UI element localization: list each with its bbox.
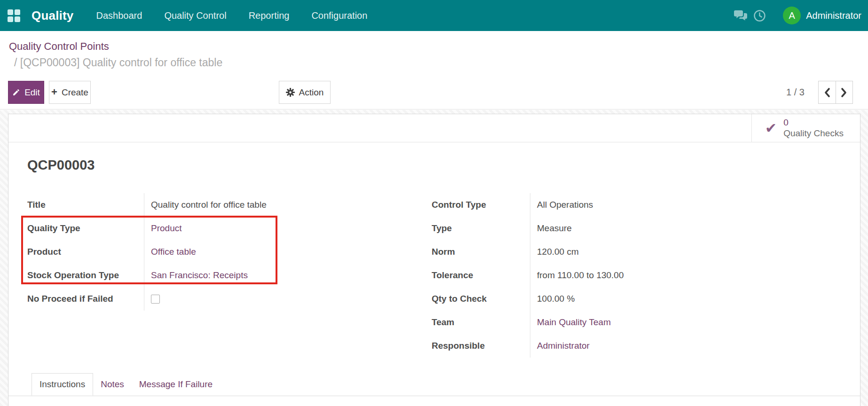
- plus-icon: +: [51, 87, 57, 97]
- field-value-tolerance: from 110.00 to 130.00: [530, 264, 841, 287]
- field-value-responsible[interactable]: Administrator: [530, 334, 841, 358]
- create-button-label: Create: [62, 87, 88, 98]
- tab-instructions[interactable]: Instructions: [32, 373, 93, 396]
- field-label-responsible: Responsible: [432, 334, 530, 358]
- top-navbar: Quality Dashboard Quality Control Report…: [0, 0, 868, 31]
- field-label-type: Type: [432, 217, 530, 240]
- field-group-left: Title Quality control for office table Q…: [27, 193, 420, 311]
- edit-button[interactable]: Edit: [8, 81, 44, 104]
- field-label-stock-operation-type: Stock Operation Type: [27, 264, 144, 287]
- no-proceed-if-failed-checkbox[interactable]: [151, 295, 160, 304]
- breadcrumb-current-line: / [QCP00003] Quality control for office …: [9, 56, 868, 69]
- field-label-control-type: Control Type: [432, 193, 530, 217]
- content-area: ✔ 0 Quality Checks QCP00003 Title Qualit…: [0, 110, 868, 406]
- apps-menu-button[interactable]: [0, 0, 27, 31]
- create-button[interactable]: + Create: [49, 81, 91, 104]
- check-icon: ✔: [765, 121, 777, 135]
- quality-checks-stat-button[interactable]: ✔ 0 Quality Checks: [751, 114, 860, 142]
- chevron-left-icon: [823, 87, 831, 98]
- control-panel: Quality Control Points / [QCP00003] Qual…: [0, 31, 868, 109]
- field-label-product: Product: [27, 240, 144, 264]
- action-button-label: Action: [299, 87, 324, 98]
- user-menu[interactable]: A Administrator: [783, 7, 861, 24]
- field-label-team: Team: [432, 311, 530, 334]
- edit-button-label: Edit: [24, 87, 40, 98]
- menu-item-dashboard[interactable]: Dashboard: [96, 10, 142, 21]
- pencil-icon: [12, 88, 20, 96]
- field-group-right: Control Type All Operations Type Measure…: [432, 193, 841, 358]
- breadcrumb: Quality Control Points / [QCP00003] Qual…: [0, 31, 868, 69]
- pager-next-button[interactable]: [836, 81, 853, 103]
- main-menu: Dashboard Quality Control Reporting Conf…: [96, 10, 368, 21]
- tab-notes[interactable]: Notes: [93, 373, 132, 396]
- sheet-body: QCP00003 Title Quality control for offic…: [8, 142, 860, 396]
- statusbar: ✔ 0 Quality Checks: [8, 114, 860, 142]
- tab-message-if-failure[interactable]: Message If Failure: [132, 373, 220, 396]
- apps-grid-icon: [8, 9, 20, 22]
- field-label-title: Title: [27, 193, 144, 217]
- field-value-type: Measure: [530, 217, 841, 240]
- field-value-norm: 120.00 cm: [530, 240, 841, 264]
- avatar: A: [783, 7, 801, 24]
- notebook-tabs: Instructions Notes Message If Failure: [8, 373, 860, 396]
- action-menu-button[interactable]: Action: [279, 81, 331, 104]
- breadcrumb-current: [QCP00003] Quality control for office ta…: [20, 56, 222, 69]
- quality-app-window: Quality Dashboard Quality Control Report…: [0, 0, 868, 406]
- field-value-no-proceed-if-failed: [144, 287, 420, 311]
- field-value-team[interactable]: Main Quality Team: [530, 311, 841, 334]
- field-value-control-type: All Operations: [530, 193, 841, 217]
- field-groups: Title Quality control for office table Q…: [27, 193, 841, 358]
- avatar-initial: A: [789, 10, 795, 21]
- field-value-qty-to-check: 100.00 %: [530, 287, 841, 311]
- menu-item-reporting[interactable]: Reporting: [249, 10, 290, 21]
- action-button-row: Edit + Create: [0, 81, 868, 104]
- quality-checks-count: 0: [783, 117, 844, 128]
- quality-checks-label: Quality Checks: [783, 128, 844, 139]
- breadcrumb-separator: /: [14, 56, 17, 69]
- field-label-tolerance: Tolerance: [432, 264, 530, 287]
- field-label-no-proceed-if-failed: No Proceed if Failed: [27, 287, 144, 311]
- menu-item-quality-control[interactable]: Quality Control: [164, 10, 226, 21]
- navbar-right: A Administrator: [731, 0, 868, 31]
- field-value-quality-type[interactable]: Product: [144, 217, 420, 240]
- field-value-title: Quality control for office table: [144, 193, 420, 217]
- user-name: Administrator: [806, 10, 861, 21]
- app-brand[interactable]: Quality: [32, 8, 74, 23]
- field-label-qty-to-check: Qty to Check: [432, 287, 530, 311]
- pager-previous-button[interactable]: [819, 81, 836, 103]
- pager-value: 1 / 3: [786, 81, 805, 104]
- menu-item-configuration[interactable]: Configuration: [311, 10, 367, 21]
- messages-icon[interactable]: [731, 0, 750, 31]
- pager: [818, 81, 853, 104]
- gear-icon: [286, 88, 295, 97]
- breadcrumb-parent-link[interactable]: Quality Control Points: [9, 40, 109, 53]
- record-name: QCP00003: [27, 156, 841, 173]
- field-value-stock-operation-type[interactable]: San Francisco: Receipts: [144, 264, 420, 287]
- activities-clock-icon[interactable]: [750, 0, 769, 31]
- field-label-quality-type: Quality Type: [27, 217, 144, 240]
- chevron-right-icon: [840, 87, 848, 98]
- field-label-norm: Norm: [432, 240, 530, 264]
- field-value-product[interactable]: Office table: [144, 240, 420, 264]
- form-sheet: ✔ 0 Quality Checks QCP00003 Title Qualit…: [8, 114, 860, 406]
